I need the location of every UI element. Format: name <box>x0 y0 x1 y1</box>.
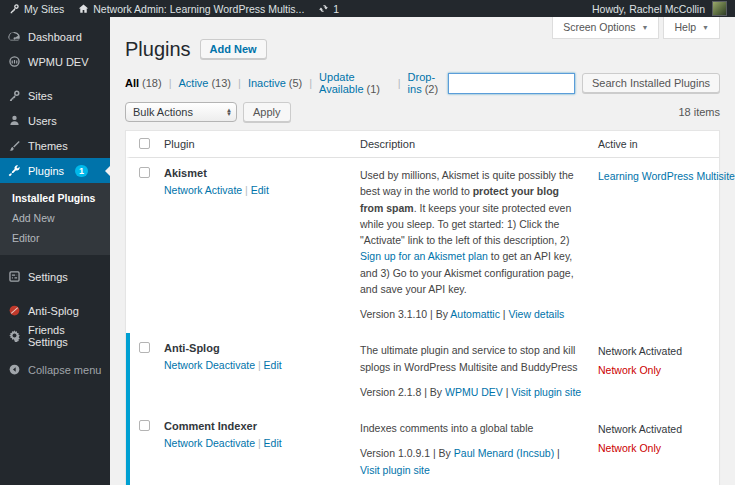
row-checkbox-cell <box>130 411 156 485</box>
sidebar-item-friends-settings[interactable]: Friends Settings <box>0 323 110 348</box>
sidebar-item-themes[interactable]: Themes <box>0 133 110 158</box>
text-segment: Indexes comments into a global table <box>360 422 533 434</box>
status-filters: All(18) Active(13) Inactive(5) Update Av… <box>125 71 448 95</box>
row-checkbox-cell <box>130 158 156 333</box>
admin-bar-right: Howdy, Rachel McCollin <box>592 2 726 15</box>
submenu-add-new[interactable]: Add New <box>0 208 110 228</box>
plugin-action-link[interactable]: Edit <box>264 359 282 371</box>
row-checkbox[interactable] <box>139 342 150 353</box>
filter-count: (13) <box>211 77 231 89</box>
key-icon <box>9 3 20 14</box>
submenu-installed-plugins[interactable]: Installed Plugins <box>0 188 110 208</box>
collapse-menu-button[interactable]: Collapse menu <box>0 357 110 382</box>
updates-icon <box>318 3 329 14</box>
inline-link[interactable]: View details <box>508 308 564 320</box>
search-input[interactable] <box>448 73 575 94</box>
filter-drop-ins[interactable]: Drop-ins(2) <box>391 71 448 95</box>
submenu-editor[interactable]: Editor <box>0 228 110 248</box>
filter-all[interactable]: All(18) <box>125 77 162 89</box>
screen-options-toggle[interactable]: Screen Options ▼ <box>552 17 659 39</box>
sidebar-item-label: Sites <box>28 90 52 102</box>
inline-link[interactable]: Visit plugin site <box>360 464 430 476</box>
search-plugins-button[interactable]: Search Installed Plugins <box>582 73 720 93</box>
help-toggle[interactable]: Help ▼ <box>663 17 720 39</box>
plugin-name: Akismet <box>164 167 344 179</box>
plugin-action-link[interactable]: Edit <box>264 437 282 449</box>
filter-row: All(18) Active(13) Inactive(5) Update Av… <box>125 71 720 95</box>
text-segment: Version 1.0.9.1 | By <box>360 447 454 459</box>
wordpress-network-admin-screen: My Sites Network Admin: Learning WordPre… <box>0 0 735 485</box>
sidebar-item-sites[interactable]: Sites <box>0 83 110 108</box>
row-checkbox-cell <box>130 333 156 411</box>
sidebar-item-wpmu-dev[interactable]: WPMU DEV <box>0 49 110 74</box>
menu-separator <box>0 348 110 357</box>
column-header-description: Description <box>352 131 590 157</box>
chevron-down-icon: ▼ <box>702 24 709 31</box>
filter-count: (2) <box>425 83 438 95</box>
inline-link[interactable]: Paul Menard (Incsub) <box>454 447 554 459</box>
chevron-down-icon: ▼ <box>642 24 649 31</box>
sidebar-item-anti-splog[interactable]: Anti-Splog <box>0 298 110 323</box>
sidebar-item-label: WPMU DEV <box>28 56 89 68</box>
sidebar-item-dashboard[interactable]: Dashboard <box>0 24 110 49</box>
menu-separator <box>0 255 110 264</box>
text-segment: Network Activated <box>598 345 682 357</box>
add-new-button[interactable]: Add New <box>200 39 267 59</box>
sidebar-item-settings[interactable]: Settings <box>0 264 110 289</box>
network-admin-site-menu[interactable]: Network Admin: Learning WordPress Multis… <box>78 3 304 15</box>
filter-count: (5) <box>289 77 302 89</box>
column-header-plugin[interactable]: Plugin <box>156 131 352 157</box>
filter-count: (18) <box>142 77 162 89</box>
plugin-cell: Comment IndexerNetwork Deactivate | Edit <box>156 411 352 485</box>
inline-link[interactable]: WPMU DEV <box>445 386 503 398</box>
plugin-action-link[interactable]: Network Activate <box>164 184 242 196</box>
filter-update-available[interactable]: Update Available(1) <box>302 71 390 95</box>
plugin-action-link[interactable]: Network Deactivate <box>164 437 255 449</box>
description-cell: Indexes comments into a global tableVers… <box>352 411 590 485</box>
collapse-arrow-icon <box>8 363 21 376</box>
plugin-row: AkismetNetwork Activate | EditUsed by mi… <box>126 158 719 333</box>
page-title: Plugins <box>125 38 191 60</box>
inline-link[interactable]: Sign up for an Akismet plan <box>360 250 488 262</box>
page-header: Plugins Add New <box>125 38 720 60</box>
filter-active[interactable]: Active(13) <box>162 77 231 89</box>
active-in-line: Learning WordPress Multisite <box>598 167 735 186</box>
active-in-line: Network Activated <box>598 420 711 439</box>
plugins-submenu: Installed Plugins Add New Editor <box>0 183 110 255</box>
filter-inactive[interactable]: Inactive(5) <box>231 77 302 89</box>
row-checkbox[interactable] <box>139 420 150 431</box>
inline-link[interactable]: Automattic <box>450 308 500 320</box>
text-segment: Version 3.1.10 | By <box>360 308 450 320</box>
header-checkbox-cell <box>130 131 156 157</box>
menu-separator <box>0 289 110 298</box>
table-header-row: Plugin Description Active in <box>126 131 719 158</box>
sidebar-item-users[interactable]: Users <box>0 108 110 133</box>
updates-indicator[interactable]: 1 <box>318 3 339 15</box>
active-in-line: Network Only <box>598 439 711 458</box>
inline-link[interactable]: Visit plugin site <box>511 386 581 398</box>
separator: | <box>242 184 251 196</box>
sidebar-item-plugins[interactable]: Plugins 1 <box>0 158 110 183</box>
plugin-name: Anti-Splog <box>164 342 344 354</box>
bulk-actions-row: Bulk Actions ▲▼ Apply 18 items <box>125 102 720 122</box>
plugin-name: Comment Indexer <box>164 420 344 432</box>
avatar[interactable] <box>713 2 726 15</box>
bulk-actions-select[interactable]: Bulk Actions ▲▼ <box>125 102 237 122</box>
select-all-checkbox[interactable] <box>139 138 150 149</box>
active-in-cell: Network ActivatedNetwork Only <box>590 411 719 485</box>
plugin-action-link[interactable]: Edit <box>251 184 269 196</box>
apply-button[interactable]: Apply <box>243 102 291 122</box>
plugin-action-link[interactable]: Network Deactivate <box>164 359 255 371</box>
active-in-line: Network Activated <box>598 342 711 361</box>
description-paragraph: The ultimate plugin and service to stop … <box>360 342 582 375</box>
sidebar-item-label: Collapse menu <box>28 364 101 376</box>
my-sites-menu[interactable]: My Sites <box>9 3 64 15</box>
active-in-cell: Network ActivatedNetwork Only <box>590 333 719 411</box>
howdy-account-menu[interactable]: Howdy, Rachel McCollin <box>592 2 726 15</box>
row-checkbox[interactable] <box>139 167 150 178</box>
screen-meta: Screen Options ▼ Help ▼ <box>552 17 720 39</box>
settings-sliders-icon <box>8 270 21 283</box>
select-stepper-icon: ▲▼ <box>226 108 232 117</box>
home-icon <box>78 3 89 14</box>
inline-link[interactable]: Learning WordPress Multisite <box>598 170 735 182</box>
